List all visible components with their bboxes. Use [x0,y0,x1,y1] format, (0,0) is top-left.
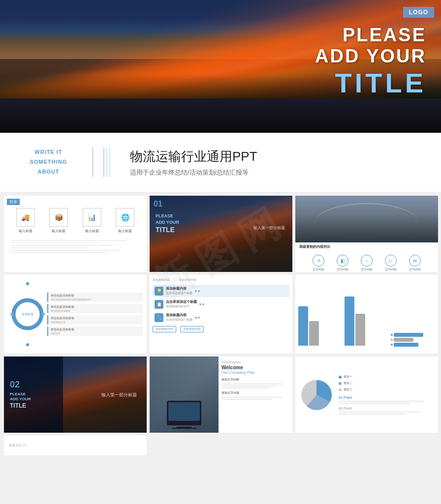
toc-icon-2: 📦 输入标题 [49,208,68,234]
slide3-icon-circle-1: ↗ [313,255,324,267]
deco-lines [103,148,110,177]
dot-3 [199,303,201,305]
infog-node-dot-4 [42,313,45,316]
slide3-title: 高级复制的内容对比 [299,244,434,249]
comp-line-5 [221,399,273,400]
pie-point-1: 01 Point [339,396,434,404]
toc-icon-label-3: 输入标题 [85,229,99,234]
table-dots-3 [195,317,200,319]
infog-node-4: 单击此处添加标签 内容文字 [47,326,143,336]
rotated-bars [391,278,435,351]
table-icon-2: 📋 [155,300,163,309]
thumb-slide2[interactable]: 01 PLEASE ADD YOUR TITLE 输入第一部分标题 [150,196,292,272]
thumb-pie[interactable]: 项目一 项目二 项目三 01 Po [295,356,438,433]
slide2-title-line2: ADD YOUR [156,220,179,225]
thumb-slide3[interactable]: 高级复制的内容对比 ↗ 文字内容 ◧ 文字内容 ○ 文字内容 [295,196,438,272]
pie-dot-2 [339,382,342,385]
computer-img-area [150,356,219,433]
add-text-label-2: 添加文字内容 [221,391,289,395]
hbar-row-1 [391,333,435,337]
infog-nodes: 单击此处添加标签 单击此处添加标签 常规内容描述文字 单击此处添加标签 单击此处… [47,293,143,336]
presentation-label: Presentation [221,360,289,364]
infog-node-dot-2 [26,343,29,346]
computer-layout: Presentation Welcome Our Company Plan 添加… [150,356,292,433]
table-row-3: 🔧 添加标题内容 点击录添加这个标题 [153,311,289,324]
pie-points: 01 Point 02 Point [339,396,434,415]
comp-line-2 [221,385,276,386]
table-text-1: 添加标题内容 点击录添加这个标题 [166,286,192,296]
toc-line-2 [11,242,101,243]
table-content: 添加按钮内容 添加按钮内容 💡 添加标题内容 点击录添加这个标题 [150,275,292,354]
toc-line-1 [11,240,126,241]
thumb-toc[interactable]: 目录 🚚 输入标题 📦 输入标题 📊 输入标题 🌐 输入标题 [4,196,147,272]
toc-line-5 [11,250,120,251]
welcome-text: Welcome [221,365,289,370]
thumb-bars[interactable] [295,275,438,354]
pie-legend: 项目一 项目二 项目三 [339,375,434,392]
sec2-left-content: 02 PLEASE ADD YOUR TITLE [4,374,37,415]
table-btn-2[interactable]: 添加按钮内容 [180,326,204,332]
vertical-bars-2 [345,278,389,351]
slide3-icons-row: ↗ 文字内容 ◧ 文字内容 ○ 文字内容 ▷ 文字内容 [299,251,434,272]
thumb-table[interactable]: 添加按钮内容 添加按钮内容 💡 添加标题内容 点击录添加这个标题 [150,275,292,354]
company-plan: Our Company Plan [221,370,289,375]
point-lines-1 [339,401,434,404]
logo-badge: LOGO [403,7,434,18]
thumb-infographic[interactable]: 添加标题 单击此处添加标签 单击此处添加标签 常规内容描述文字 单击此处添加标签 [4,275,147,354]
info-left-text: WRITE ITSOMETHINGABOUT [15,148,94,177]
hbar-1 [394,333,423,337]
deco-line-2 [106,148,107,177]
computer-lines-1 [221,384,289,388]
table-header-col1: 添加按钮内容 [153,278,170,282]
sec2-left-panel: 02 PLEASE ADD YOUR TITLE [4,356,63,433]
pie-legend-2: 项目二 [339,381,434,385]
table-text-3: 添加标题内容 点击录添加这个标题 [166,313,192,322]
slide3-icon-label-4: 文字内容 [385,267,397,272]
table-btn-1[interactable]: 添加按钮内容 [153,326,176,332]
toc-line-3 [11,245,114,246]
thumb-row-3: 02 PLEASE ADD YOUR TITLE 输入第一部分标题 [4,356,437,433]
dot-1 [195,290,197,292]
info-section: WRITE ITSOMETHINGABOUT 物流运输行业通用PPT 适用于企业… [0,133,441,192]
hbar-row-3 [391,343,435,347]
toc-icon-label-1: 输入标题 [19,229,32,234]
comp-line-3 [221,387,269,388]
hbar-row-2 [391,338,435,342]
hero-title-line1: PLEASE [315,25,426,46]
slide2-subtitle: 输入第一部分标题 [253,225,285,231]
thumb-computer[interactable]: Presentation Welcome Our Company Plan 添加… [150,356,292,433]
bar-4 [355,314,365,346]
infog-node-1: 单击此处添加标签 单击此处添加标签 常规内容描述文字 [47,293,143,302]
hero-title: PLEASE ADD YOUR TITLE [315,25,426,99]
slide3-icon-circle-4: ▷ [385,255,397,267]
pie-chart-svg [299,378,334,412]
hbar-3 [394,343,418,347]
hbar-dot-2 [391,339,393,341]
add-text-label-1: 添加文字内容 [221,378,289,382]
p-line-4 [339,414,406,415]
table-icon-1: 💡 [155,287,163,296]
slide3-bridge [295,196,438,242]
hbar-dot-1 [391,334,393,336]
bar-1 [298,306,308,346]
infog-circle: 添加标题 [12,298,44,330]
slide3-icon-label-1: 文字内容 [313,267,324,272]
table-text-2: 点击录添加这个标题 添加描述内容文字 [166,299,197,309]
partial-slide-hint: 更多幻灯片... [4,436,147,455]
thumb-row-1: 目录 🚚 输入标题 📦 输入标题 📊 输入标题 🌐 输入标题 [4,196,437,272]
slide3-icon-4: ▷ 文字内容 [385,255,397,272]
infog-content: 添加标题 单击此处添加标签 单击此处添加标签 常规内容描述文字 单击此处添加标签 [4,275,147,354]
toc-label: 目录 [7,199,20,205]
thumb-section2[interactable]: 02 PLEASE ADD YOUR TITLE 输入第一部分标题 [4,356,147,433]
table-footer: 添加按钮内容 添加按钮内容 [153,326,289,332]
table-header-col2: 添加按钮内容 [179,278,196,282]
hero-ground [0,98,441,133]
dot-6 [198,317,200,319]
slide3-icon-3: ○ 文字内容 [361,255,373,272]
deco-line-3 [109,148,110,177]
sec2-num: 02 [10,380,31,390]
slide2-title-line3: TITLE [156,226,175,234]
monitor-base [172,428,196,429]
hero-title-line3: TITLE [315,67,426,99]
computer-text: Presentation Welcome Our Company Plan 添加… [219,356,292,433]
